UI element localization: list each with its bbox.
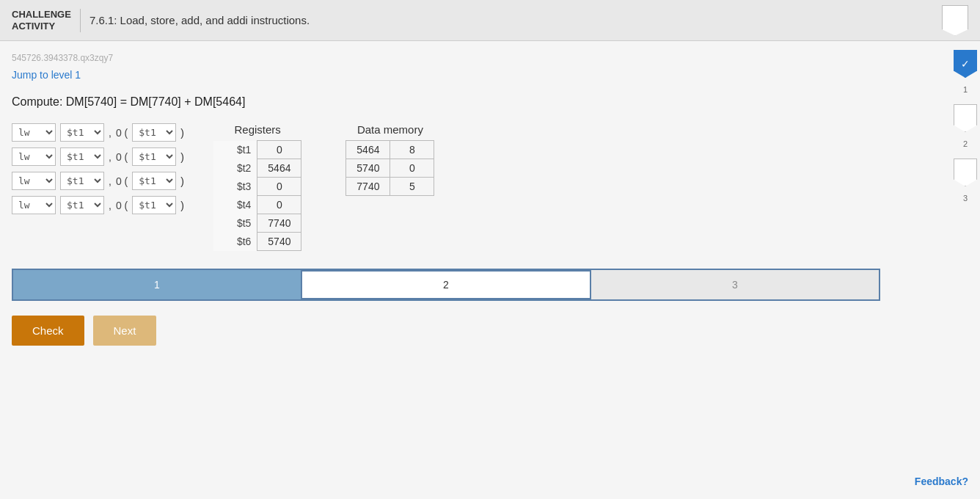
content-area: 545726.3943378.qx3zqy7 Jump to level 1 C… — [0, 41, 924, 372]
header-title-block: CHALLENGEACTIVITY 7.6.1: Load, store, ad… — [12, 9, 310, 32]
header-divider — [80, 9, 81, 32]
dm-addr-5740: 5740 — [346, 159, 390, 178]
buttons-area: Check Next — [12, 316, 880, 346]
data-memory-section: Data memory 5464 8 5740 0 — [345, 123, 434, 251]
reg1-select-2[interactable]: $t1$t2$t3$t4$t5$t6 — [60, 147, 104, 166]
reg-val-t3: 0 — [257, 178, 301, 196]
op-select-3[interactable]: lwswaddaddi — [12, 172, 56, 190]
offset-1: 0 ( — [116, 127, 128, 139]
reg2-select-1[interactable]: $t1$t2$t3$t4$t5$t6 — [132, 123, 176, 142]
instruction-row-4: lwswaddaddi $t1$t2$t3$t4$t5$t6 , 0 ( $t1… — [12, 196, 184, 214]
level-num-3: 3 — [963, 194, 968, 203]
reg-val-t2: 5464 — [257, 159, 301, 178]
instruction-row-1: lwswaddaddi $t1$t2$t3$t4$t5$t6 , 0 ( $t1… — [12, 123, 184, 142]
comma-1: , — [109, 127, 111, 139]
jump-to-level-link[interactable]: Jump to level 1 — [12, 69, 81, 81]
offset-4: 0 ( — [116, 200, 128, 211]
right-sidebar: ✓ 1 2 3 — [951, 41, 980, 211]
level-badge-2[interactable] — [954, 104, 977, 132]
table-row: 5464 8 — [346, 141, 434, 159]
level-badge-3[interactable] — [954, 159, 977, 186]
reg1-select-3[interactable]: $t1$t2$t3$t4$t5$t6 — [60, 172, 104, 190]
reg-label-t3: $t3 — [213, 178, 257, 196]
reg-val-t4: 0 — [257, 196, 301, 214]
reg1-select-4[interactable]: $t1$t2$t3$t4$t5$t6 — [60, 196, 104, 214]
progress-bar: 1 2 3 — [12, 269, 880, 301]
header: CHALLENGEACTIVITY 7.6.1: Load, store, ad… — [0, 0, 980, 41]
dm-val-5740: 0 — [390, 159, 434, 178]
registers-title: Registers — [213, 123, 302, 136]
reg-val-t5: 7740 — [257, 214, 301, 233]
reg2-select-2[interactable]: $t1$t2$t3$t4$t5$t6 — [132, 147, 176, 166]
comma-4: , — [109, 200, 111, 211]
table-row: $t2 5464 — [213, 159, 301, 178]
instruction-row-2: lwswaddaddi $t1$t2$t3$t4$t5$t6 , 0 ( $t1… — [12, 147, 184, 166]
dm-addr-7740: 7740 — [346, 178, 390, 196]
progress-segment-3[interactable]: 3 — [591, 270, 879, 299]
header-badge-icon — [942, 5, 968, 36]
table-row: 7740 5 — [346, 178, 434, 196]
comma-2: , — [109, 151, 111, 163]
table-row: $t3 0 — [213, 178, 301, 196]
main-area: 545726.3943378.qx3zqy7 Jump to level 1 C… — [0, 41, 980, 372]
reg1-select-1[interactable]: $t1$t2$t3$t4$t5$t6 — [60, 123, 104, 142]
reg-label-t1: $t1 — [213, 141, 257, 159]
close-paren-1: ) — [180, 127, 184, 139]
registers-section: Registers $t1 0 $t2 5464 — [213, 123, 302, 251]
op-select-1[interactable]: lwswaddaddi — [12, 123, 56, 142]
data-memory-title: Data memory — [345, 123, 434, 136]
table-row: 5740 0 — [346, 159, 434, 178]
reg2-select-4[interactable]: $t1$t2$t3$t4$t5$t6 — [132, 196, 176, 214]
reg-val-t1: 0 — [257, 141, 301, 159]
progress-segment-1[interactable]: 1 — [13, 270, 301, 299]
dm-val-7740: 5 — [390, 178, 434, 196]
close-paren-3: ) — [180, 175, 184, 187]
middle-area: lwswaddaddi $t1$t2$t3$t4$t5$t6 , 0 ( $t1… — [12, 123, 880, 269]
instructions-column: lwswaddaddi $t1$t2$t3$t4$t5$t6 , 0 ( $t1… — [12, 123, 184, 214]
header-subtitle: 7.6.1: Load, store, add, and addi instru… — [89, 14, 310, 26]
close-paren-2: ) — [180, 151, 184, 163]
reg2-select-3[interactable]: $t1$t2$t3$t4$t5$t6 — [132, 172, 176, 190]
reg-val-t6: 5740 — [257, 233, 301, 251]
challenge-activity-label: CHALLENGEACTIVITY — [12, 9, 71, 32]
level-num-1: 1 — [963, 85, 968, 94]
tables-area: Registers $t1 0 $t2 5464 — [213, 123, 435, 251]
op-select-4[interactable]: lwswaddaddi — [12, 196, 56, 214]
level-badge-1[interactable]: ✓ — [954, 50, 977, 78]
reg-label-t2: $t2 — [213, 159, 257, 178]
offset-2: 0 ( — [116, 151, 128, 163]
close-paren-4: ) — [180, 200, 184, 211]
data-memory-table: 5464 8 5740 0 7740 5 — [345, 140, 434, 196]
problem-statement: Compute: DM[5740] = DM[7740] + DM[5464] — [12, 95, 880, 109]
dm-addr-5464: 5464 — [346, 141, 390, 159]
comma-3: , — [109, 175, 111, 187]
next-button[interactable]: Next — [93, 316, 157, 346]
level-num-2: 2 — [963, 139, 968, 148]
dm-val-5464: 8 — [390, 141, 434, 159]
reg-label-t6: $t6 — [213, 233, 257, 251]
table-row: $t6 5740 — [213, 233, 301, 251]
progress-segment-2[interactable]: 2 — [301, 270, 591, 299]
instruction-row-3: lwswaddaddi $t1$t2$t3$t4$t5$t6 , 0 ( $t1… — [12, 172, 184, 190]
op-select-2[interactable]: lwswaddaddi — [12, 147, 56, 166]
registers-table: $t1 0 $t2 5464 $t3 0 — [213, 140, 302, 251]
reg-label-t5: $t5 — [213, 214, 257, 233]
table-row: $t1 0 — [213, 141, 301, 159]
reg-label-t4: $t4 — [213, 196, 257, 214]
session-id: 545726.3943378.qx3zqy7 — [12, 53, 880, 63]
offset-3: 0 ( — [116, 175, 128, 187]
table-row: $t4 0 — [213, 196, 301, 214]
checkmark-icon: ✓ — [961, 58, 970, 70]
table-row: $t5 7740 — [213, 214, 301, 233]
check-button[interactable]: Check — [12, 316, 84, 346]
